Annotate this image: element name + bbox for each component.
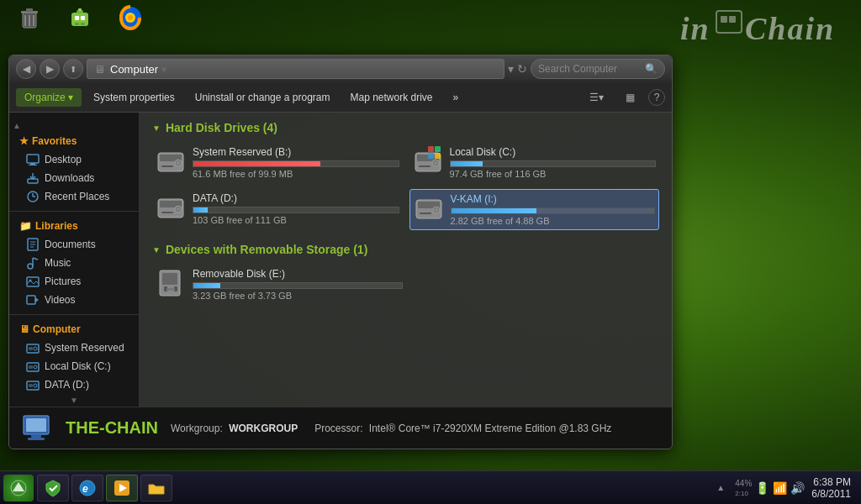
- processor-info: Processor: Intel® Core™ i7-2920XM Extrem…: [314, 423, 611, 434]
- drive-item-data-d[interactable]: DATA (D:) 103 GB free of 111 GB: [152, 189, 403, 230]
- svg-rect-18: [721, 16, 727, 23]
- up-button[interactable]: ⬆: [63, 59, 83, 79]
- svg-point-71: [435, 208, 438, 212]
- search-bar[interactable]: Search Computer 🔍: [531, 59, 665, 79]
- organize-button[interactable]: Organize ▾: [16, 88, 82, 107]
- svg-rect-67: [161, 212, 173, 213]
- sidebar-music-label: Music: [45, 257, 71, 269]
- drive-fill-c: [451, 161, 483, 166]
- drive-small-icon: [26, 341, 40, 354]
- drive-fill-d: [193, 207, 208, 213]
- removable-section-header: ▼ Devices with Removable Storage (1): [152, 243, 659, 256]
- nav-refresh[interactable]: ↻: [517, 62, 527, 76]
- help-button[interactable]: ?: [648, 89, 665, 106]
- svg-rect-58: [419, 165, 430, 167]
- hdd-icon-i: [414, 193, 444, 223]
- favorites-section-title: ★ Favorites: [9, 132, 139, 150]
- system-tray-icons: 44%2:10 🔋 📶 🔊: [735, 479, 805, 497]
- drive-info-e: Removable Disk (E:) 3.23 GB free of 3.73…: [193, 268, 403, 301]
- status-bar: THE-CHAIN Workgroup: WORKGROUP Processor…: [9, 407, 672, 449]
- sidebar-item-music[interactable]: Music: [9, 254, 139, 272]
- hard-disk-section-title: Hard Disk Drives (4): [166, 121, 277, 134]
- svg-rect-61: [428, 153, 434, 159]
- forward-button[interactable]: ▶: [40, 59, 60, 79]
- desktop: in Chain ◀ ▶ ⬆ 🖥 Computer ▾ ▾: [0, 0, 861, 504]
- computer-small-icon: 🖥: [19, 323, 29, 335]
- drive-name-e: Removable Disk (E:): [193, 268, 403, 280]
- start-button[interactable]: [3, 475, 34, 501]
- back-button[interactable]: ◀: [16, 59, 36, 79]
- data-d-icon: [26, 378, 40, 391]
- drive-free-e: 3.23 GB free of 3.73 GB: [193, 291, 403, 301]
- svg-marker-83: [13, 482, 24, 491]
- svg-rect-6: [71, 13, 88, 26]
- sidebar-item-downloads[interactable]: Downloads: [9, 169, 139, 187]
- sidebar-item-pictures[interactable]: Pictures: [9, 272, 139, 291]
- sidebar-scroll-up[interactable]: ▲: [13, 119, 21, 132]
- view-button[interactable]: ☰▾: [581, 88, 612, 107]
- folder-icon: 📁: [19, 220, 32, 232]
- firefox-icon[interactable]: [114, 4, 147, 38]
- taskbar-app-folder[interactable]: [140, 475, 172, 501]
- removable-icon-e: [156, 268, 186, 298]
- drive-free-d: 103 GB free of 111 GB: [193, 215, 399, 225]
- content-area: ▲ ★ Favorites Desktop Downloads Rec: [9, 113, 672, 407]
- drive-bar-e: [193, 282, 403, 289]
- drive-fill-e: [193, 283, 220, 288]
- svg-rect-81: [28, 438, 45, 440]
- network-icon[interactable]: 📶: [773, 481, 787, 495]
- time-display: 6:38 PM: [811, 476, 851, 488]
- sidebar-scroll-down[interactable]: ▼: [9, 394, 139, 407]
- drive-bar-b: [193, 160, 399, 167]
- sidebar-item-desktop[interactable]: Desktop: [9, 150, 139, 169]
- svg-rect-60: [435, 146, 441, 152]
- layout-button[interactable]: ▦: [617, 88, 643, 107]
- svg-rect-19: [729, 16, 736, 23]
- drive-item-vkam-i[interactable]: V-KAM (I:) 2.82 GB free of 4.88 GB: [409, 189, 660, 230]
- nav-arrow-down[interactable]: ▾: [508, 62, 514, 76]
- drive-bar-d: [193, 207, 399, 213]
- drive-item-local-c[interactable]: Local Disk (C:) 97.4 GB free of 116 GB: [409, 143, 660, 182]
- sidebar-divider-2: [9, 314, 139, 315]
- sidebar-item-videos[interactable]: Videos: [9, 291, 139, 309]
- sidebar-item-documents[interactable]: Documents: [9, 235, 139, 254]
- section-arrow-removable: ▼: [152, 245, 161, 255]
- taskbar-time[interactable]: 6:38 PM 6/8/2011: [811, 476, 851, 500]
- more-button[interactable]: »: [445, 88, 467, 107]
- sidebar-item-system-reserved[interactable]: System Reserved: [9, 339, 139, 357]
- sidebar-item-recent[interactable]: Recent Places: [9, 187, 139, 206]
- system-properties-button[interactable]: System properties: [85, 88, 183, 107]
- recycle-bin-icon[interactable]: [13, 4, 46, 38]
- address-bar[interactable]: 🖥 Computer ▾: [87, 59, 504, 79]
- explorer-window: ◀ ▶ ⬆ 🖥 Computer ▾ ▾ ↻ Search Computer 🔍: [8, 55, 673, 449]
- sidebar-sysreserved-label: System Reserved: [45, 342, 124, 354]
- drive-name-i: V-KAM (I:): [451, 193, 656, 205]
- svg-rect-41: [29, 347, 33, 350]
- map-network-button[interactable]: Map network drive: [342, 88, 441, 107]
- search-icon: 🔍: [645, 63, 658, 75]
- svg-rect-38: [27, 296, 35, 304]
- taskbar-app-explorer[interactable]: [106, 475, 138, 501]
- drive-item-removable-e[interactable]: Removable Disk (E:) 3.23 GB free of 3.73…: [152, 265, 406, 304]
- sidebar-recent-label: Recent Places: [45, 191, 109, 202]
- svg-rect-23: [29, 165, 37, 165]
- svg-rect-62: [435, 153, 441, 159]
- notification-area-expand[interactable]: ▲: [713, 481, 728, 494]
- battery-icon[interactable]: 🔋: [755, 481, 769, 495]
- sidebar-videos-label: Videos: [45, 294, 75, 306]
- svg-line-35: [33, 258, 38, 260]
- drive-icon-c: [413, 146, 443, 176]
- robot-icon[interactable]: [63, 4, 97, 38]
- svg-rect-8: [81, 16, 85, 20]
- hdd-icon-b: [156, 146, 186, 176]
- taskbar-app-browser[interactable]: e: [71, 475, 103, 501]
- svg-rect-44: [29, 365, 33, 369]
- volume-icon[interactable]: 🔊: [790, 481, 805, 495]
- sidebar-item-local-disk[interactable]: Local Disk (C:): [9, 357, 139, 375]
- section-arrow-hdd: ▼: [152, 123, 161, 133]
- drive-item-system-reserved[interactable]: System Reserved (B:) 61.6 MB free of 99.…: [152, 143, 403, 182]
- sidebar-item-data-d[interactable]: DATA (D:): [9, 375, 139, 394]
- taskbar-app-security[interactable]: [37, 475, 69, 501]
- uninstall-button[interactable]: Uninstall or change a program: [187, 88, 339, 107]
- svg-rect-72: [420, 213, 431, 214]
